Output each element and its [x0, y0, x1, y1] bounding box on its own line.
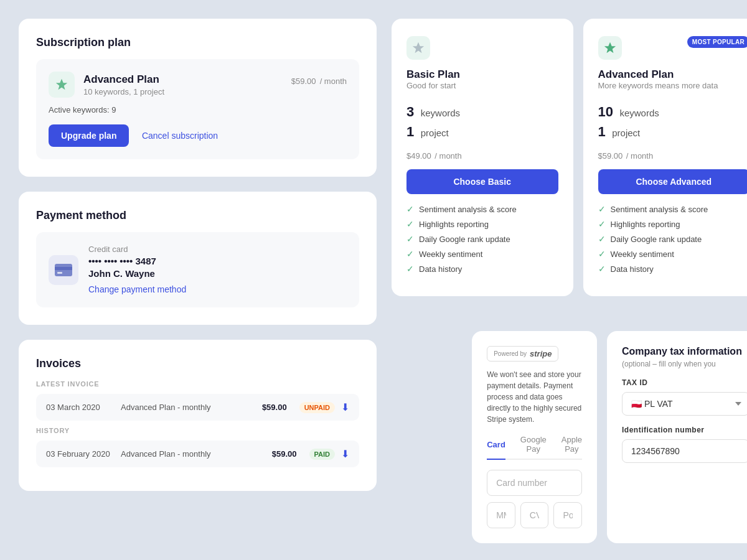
svg-rect-2	[55, 267, 72, 270]
invoice-amount-latest: $59.00	[262, 403, 287, 412]
check-icon-1: ✓	[406, 219, 414, 229]
stripe-badge: Powered by stripe	[487, 346, 558, 362]
invoices-card: Invoices LATEST INVOICE 03 March 2020 Ad…	[19, 340, 377, 491]
cancel-subscription-button[interactable]: Cancel subscription	[142, 131, 218, 141]
svg-marker-4	[413, 42, 424, 53]
payment-method-card: Payment method Credit card •••• •••• •••…	[19, 192, 377, 325]
plan-sub: 10 keywords, 1 project	[83, 87, 291, 96]
invoice-desc-latest: Advanced Plan - monthly	[121, 403, 256, 412]
tab-card[interactable]: Card	[487, 435, 505, 460]
advanced-project-num: 1	[598, 124, 606, 139]
basic-keywords-label: keywords	[421, 108, 460, 118]
active-keywords: Active keywords: 9	[49, 105, 347, 114]
basic-price: $49.00 / month	[406, 147, 558, 162]
plan-header: Advanced Plan 10 keywords, 1 project $59…	[49, 72, 347, 98]
advanced-feature-3: ✓Weekly sentiment	[598, 249, 748, 259]
stripe-description: We won't see and store your payment deta…	[487, 369, 582, 425]
advanced-feature-1: ✓Highlights reporting	[598, 219, 748, 229]
advanced-plan-header: Advanced Plan More keywords means more d…	[598, 68, 748, 100]
invoice-status-paid: PAID	[309, 449, 335, 460]
advanced-project-label: project	[612, 128, 640, 138]
basic-keywords-num: 3	[406, 104, 414, 119]
svg-rect-3	[57, 272, 62, 274]
basic-feature-2: ✓Daily Google rank update	[406, 234, 558, 244]
upgrade-plan-button[interactable]: Upgrade plan	[49, 124, 129, 147]
adv-check-icon-1: ✓	[598, 219, 606, 229]
advanced-feature-4: ✓Data history	[598, 264, 748, 274]
plan-price-display: $59.00 / month	[291, 72, 347, 88]
card-number-input[interactable]	[487, 470, 582, 496]
invoice-row-history-0: 03 February 2020 Advanced Plan - monthly…	[36, 441, 359, 467]
advanced-keywords-label: keywords	[619, 108, 659, 118]
tax-id-select[interactable]: 🇵🇱 PL VAT	[622, 392, 747, 416]
tax-title: Company tax information	[622, 346, 747, 357]
card-details-row	[487, 502, 582, 528]
invoice-date-latest: 03 March 2020	[46, 403, 115, 412]
download-icon-history-0[interactable]: ⬇	[341, 448, 349, 460]
plan-actions: Upgrade plan Cancel subscription	[49, 124, 347, 147]
latest-invoice-label: LATEST INVOICE	[36, 380, 359, 388]
basic-feature-3: ✓Weekly sentiment	[406, 249, 558, 259]
advanced-plan-name: Advanced Plan	[598, 68, 718, 81]
advanced-plan-top: MOST POPULAR	[598, 36, 748, 60]
tab-applepay[interactable]: Apple Pay	[561, 435, 582, 460]
basic-plan-header: Basic Plan Good for start	[406, 68, 558, 100]
cc-name: John C. Wayne	[88, 268, 347, 279]
payment-inner: Credit card •••• •••• •••• 3487 John C. …	[36, 232, 359, 307]
adv-check-icon-0: ✓	[598, 204, 606, 214]
credit-card-icon	[49, 255, 78, 285]
advanced-keywords-row: 10 keywords	[598, 104, 748, 120]
basic-project-label: project	[421, 128, 449, 138]
stripe-payment-card: Powered by stripe We won't see and store…	[472, 331, 597, 543]
cvc-input[interactable]	[520, 502, 549, 528]
invoice-desc-history-0: Advanced Plan - monthly	[121, 449, 266, 459]
invoice-row-latest: 03 March 2020 Advanced Plan - monthly $5…	[36, 394, 359, 421]
adv-check-icon-2: ✓	[598, 234, 606, 244]
basic-plan-subtitle: Good for start	[406, 81, 460, 90]
plan-info: Advanced Plan 10 keywords, 1 project	[83, 73, 291, 96]
svg-marker-0	[56, 79, 67, 90]
payment-tabs: Card Google Pay Apple Pay	[487, 435, 582, 460]
choose-basic-button[interactable]: Choose Basic	[406, 169, 558, 194]
expiry-input[interactable]	[487, 502, 515, 528]
advanced-plan-icon	[598, 36, 622, 60]
tab-googlepay[interactable]: Google Pay	[520, 435, 547, 460]
invoice-date-history-0: 03 February 2020	[46, 449, 115, 459]
cc-label: Credit card	[88, 245, 347, 254]
subscription-plan-card: Subscription plan Advanced Plan 10 keywo…	[19, 19, 377, 177]
adv-check-icon-4: ✓	[598, 264, 606, 274]
change-payment-button[interactable]: Change payment method	[88, 284, 186, 294]
adv-check-icon-3: ✓	[598, 249, 606, 259]
subscription-title: Subscription plan	[36, 36, 359, 49]
postal-input[interactable]	[553, 502, 582, 528]
id-number-label: Identification number	[622, 426, 747, 434]
tax-subtitle: (optional – fill only when you	[622, 360, 747, 368]
advanced-plan-subtitle: More keywords means more data	[598, 81, 718, 90]
check-icon-2: ✓	[406, 234, 414, 244]
download-icon-latest[interactable]: ⬇	[341, 401, 349, 413]
advanced-feature-2: ✓Daily Google rank update	[598, 234, 748, 244]
invoice-status-unpaid: UNPAID	[299, 402, 335, 413]
invoice-amount-history-0: $59.00	[272, 449, 297, 459]
choose-advanced-button[interactable]: Choose Advanced	[598, 169, 748, 194]
basic-project-row: 1 project	[406, 124, 558, 140]
check-icon-0: ✓	[406, 204, 414, 214]
most-popular-badge: MOST POPULAR	[687, 36, 747, 48]
invoices-title: Invoices	[36, 357, 359, 370]
plan-comparison-area: Basic Plan Good for start 3 keywords 1 p…	[392, 19, 747, 296]
plan-price: $59.00 / month	[291, 72, 347, 87]
svg-marker-5	[604, 42, 615, 53]
identification-number-input[interactable]	[622, 439, 747, 463]
advanced-plan-card: MOST POPULAR Advanced Plan More keywords…	[583, 19, 748, 296]
advanced-price: $59.00 / month	[598, 147, 748, 162]
plan-name: Advanced Plan	[83, 73, 291, 86]
plan-icon	[49, 72, 75, 98]
basic-project-num: 1	[406, 124, 414, 139]
plan-inner: Advanced Plan 10 keywords, 1 project $59…	[36, 59, 359, 159]
basic-feature-1: ✓Highlights reporting	[406, 219, 558, 229]
check-icon-3: ✓	[406, 249, 414, 259]
cc-details: Credit card •••• •••• •••• 3487 John C. …	[88, 245, 347, 295]
basic-feature-4: ✓Data history	[406, 264, 558, 274]
advanced-feature-0: ✓Sentiment analysis & score	[598, 204, 748, 214]
cc-number: •••• •••• •••• 3487	[88, 256, 347, 266]
